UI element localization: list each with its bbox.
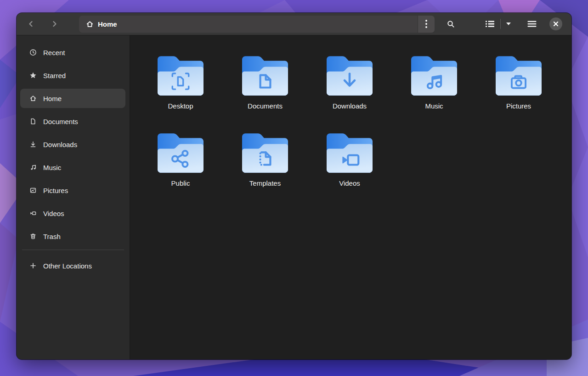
folder-name: Downloads [333,102,367,110]
home-icon [86,20,94,28]
folder-name: Templates [249,179,281,187]
hamburger-menu-icon [527,21,537,27]
folder-templates[interactable]: Templates [223,133,307,211]
recent-clock-icon [29,49,37,56]
kebab-menu-icon [425,19,428,28]
music-note-icon [29,164,37,171]
folder-icon [411,56,457,97]
star-icon [29,72,37,79]
sidebar-item-downloads[interactable]: Downloads [20,135,125,154]
sidebar-item-label: Downloads [43,141,77,148]
location-menu-button[interactable] [418,16,435,33]
sidebar: Recent Starred Home Documents [17,35,130,359]
view-options-dropdown-button[interactable] [501,16,516,32]
sidebar-item-pictures[interactable]: Pictures [20,181,125,200]
path-bar[interactable]: Home [79,16,435,33]
sidebar-item-music[interactable]: Music [20,158,125,177]
folder-icon [158,133,204,174]
sidebar-item-starred[interactable]: Starred [20,66,125,85]
folder-icon [327,56,373,97]
plus-icon [29,262,37,269]
document-icon [29,118,37,125]
folder-icon [327,133,373,174]
folder-name: Pictures [506,102,531,110]
folder-name: Videos [339,179,360,187]
folder-downloads[interactable]: Downloads [307,56,392,133]
sidebar-item-label: Music [43,164,61,171]
sidebar-divider [22,250,124,250]
folder-icon [496,56,542,97]
search-button[interactable] [442,16,459,32]
camera-video-icon [29,210,37,217]
folder-icon [242,133,288,174]
main-menu-button[interactable] [523,16,541,32]
sidebar-item-trash[interactable]: Trash [20,227,125,246]
sidebar-item-label: Documents [43,118,78,125]
folder-name: Documents [248,102,283,110]
image-icon [29,187,37,194]
list-view-button[interactable] [480,16,500,32]
folder-name: Public [171,179,190,187]
close-window-button[interactable] [549,17,562,30]
file-view: Desktop Documents [130,35,571,359]
sidebar-item-label: Pictures [43,187,68,194]
sidebar-item-other-locations[interactable]: Other Locations [20,256,125,275]
path-label: Home [98,20,117,28]
chevron-left-icon [27,20,35,28]
window-body: Recent Starred Home Documents [17,35,571,359]
folder-videos[interactable]: Videos [307,133,392,211]
folder-documents[interactable]: Documents [223,56,307,133]
home-icon [29,95,37,102]
folder-public[interactable]: Public [138,133,223,211]
view-toggle-split-button [480,16,516,32]
headerbar: Home [17,13,571,35]
path-location[interactable]: Home [79,16,418,33]
sidebar-item-label: Starred [43,72,66,80]
sidebar-item-documents[interactable]: Documents [20,112,125,131]
forward-button[interactable] [45,16,63,32]
folder-name: Music [425,102,443,110]
chevron-down-icon [506,22,511,26]
folder-music[interactable]: Music [392,56,476,133]
folder-grid: Desktop Documents [138,56,571,211]
sidebar-item-label: Videos [43,210,64,217]
download-icon [29,141,37,148]
search-icon [447,20,455,28]
sidebar-item-videos[interactable]: Videos [20,204,125,223]
folder-icon [242,56,288,97]
folder-icon [158,56,204,97]
folder-desktop[interactable]: Desktop [138,56,223,133]
sidebar-item-home[interactable]: Home [20,89,125,108]
trash-icon [29,233,37,240]
close-icon [553,21,559,27]
list-view-icon [486,20,495,28]
sidebar-item-label: Home [43,95,62,103]
folder-name: Desktop [168,102,193,110]
folder-pictures[interactable]: Pictures [476,56,561,133]
chevron-right-icon [50,20,58,28]
sidebar-item-label: Other Locations [43,262,92,270]
sidebar-item-recent[interactable]: Recent [20,43,125,62]
back-button[interactable] [22,16,40,32]
sidebar-item-label: Recent [43,49,65,57]
files-window: Home [17,13,571,359]
sidebar-item-label: Trash [43,233,61,240]
